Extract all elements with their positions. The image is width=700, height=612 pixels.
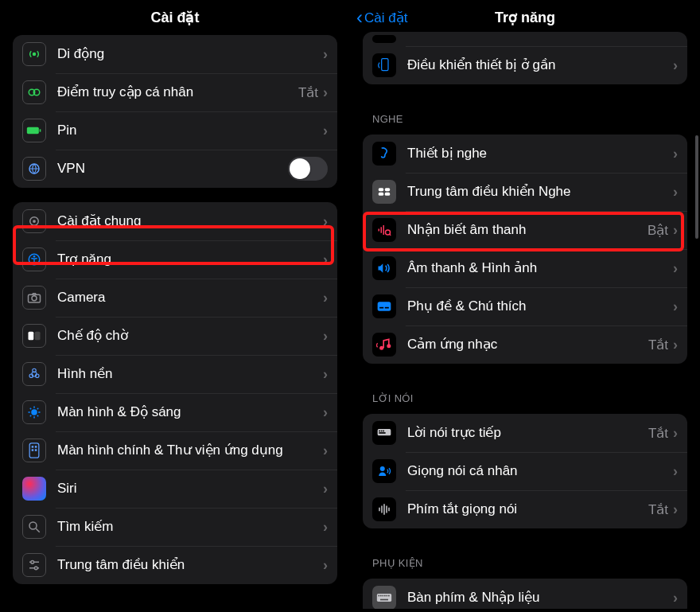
svg-rect-28 [32,446,34,448]
row-camera[interactable]: Camera › [13,279,337,317]
chevron-right-icon: › [673,184,678,201]
svg-rect-50 [385,307,389,309]
header-right: ‹ Cài đặt Trợ năng [350,0,700,35]
svg-rect-12 [29,332,34,341]
wallpaper-icon [22,362,46,386]
row-vpn[interactable]: VPN [13,150,337,188]
chevron-right-icon: › [673,590,678,606]
row-label: Điều khiển thiết bị ở gần [407,57,673,73]
row-wallpaper[interactable]: Hình nền › [13,355,337,393]
row-label: Camera [57,289,323,306]
row-standby[interactable]: Chế độ chờ › [13,317,337,355]
row-hotspot[interactable]: Điểm truy cập cá nhân Tắt › [13,73,337,111]
chevron-right-icon: › [323,123,328,139]
row-personal-voice[interactable]: Giọng nói cá nhân › [363,452,687,490]
nearby-icon [372,53,396,77]
row-siri[interactable]: Siri › [13,470,337,508]
svg-point-52 [387,344,391,348]
row-keyboard[interactable]: Bàn phím & Nhập liệu › [363,579,687,609]
vpn-icon [22,157,46,181]
voice-shortcut-icon [372,497,396,521]
svg-point-36 [31,560,34,563]
svg-rect-27 [29,443,39,458]
svg-rect-31 [35,449,37,451]
row-label: Âm thanh & Hình ảnh [407,259,673,276]
chevron-right-icon: › [323,46,328,63]
svg-rect-57 [379,432,385,434]
hearing-icon [372,142,396,166]
row-display[interactable]: Màn hình & Độ sáng › [13,393,337,431]
row-subtitles[interactable]: Phụ đề & Chú thích › [363,287,687,325]
row-nearby-control[interactable]: Điều khiển thiết bị ở gần › [363,46,687,84]
row-accessibility[interactable]: Trợ năng › [13,240,337,279]
svg-rect-55 [381,431,383,432]
svg-rect-64 [377,594,391,602]
chevron-right-icon: › [673,57,678,74]
audio-visual-icon [372,256,396,280]
row-label: Chế độ chờ [57,327,323,344]
keyboard-icon [372,586,396,609]
standby-icon [22,324,46,348]
row-value: Tắt [648,337,668,353]
row-label: Điểm truy cập cá nhân [57,84,298,100]
row-cellular[interactable]: Di động › [13,35,337,73]
svg-rect-54 [379,431,380,432]
row-voice-shortcut[interactable]: Phím tắt giọng nói Tắt › [363,490,687,528]
svg-rect-71 [380,599,388,601]
gear-icon [22,209,46,233]
row-general[interactable]: Cài đặt chung › [13,202,337,240]
row-music-haptics[interactable]: Cảm ứng nhạc Tắt › [363,325,687,364]
svg-line-25 [30,415,32,417]
group-top-partial: Điều khiển thiết bị ở gần › [363,32,687,84]
section-header-nghe: NGHE [355,99,695,130]
row-partial-top[interactable] [363,32,687,46]
siri-icon [22,477,46,501]
vpn-toggle[interactable] [288,157,328,181]
row-label: Siri [57,480,323,497]
chevron-right-icon: › [673,298,678,315]
controlcenter-icon [22,553,46,577]
chevron-right-icon: › [323,366,328,383]
row-hearing-cc[interactable]: Trung tâm điều khiển Nghe › [363,173,687,211]
svg-rect-70 [388,595,390,597]
chevron-right-icon: › [673,222,678,239]
svg-rect-69 [387,595,388,597]
row-sound-recognition[interactable]: Nhận biết âm thanh Bật › [363,211,687,249]
row-battery[interactable]: Pin › [13,111,337,150]
svg-rect-68 [384,595,386,597]
svg-rect-49 [379,307,383,309]
back-label: Cài đặt [364,10,407,26]
row-label: Cài đặt chung [57,212,323,229]
scrollbar-indicator[interactable] [695,135,698,239]
svg-rect-13 [35,332,41,341]
svg-point-11 [32,296,37,301]
svg-line-47 [390,234,391,236]
row-search[interactable]: Tìm kiếm › [13,508,337,546]
chevron-right-icon: › [673,501,678,518]
homescreen-icon [22,439,46,462]
back-button[interactable]: ‹ Cài đặt [356,0,407,35]
row-label: Di động [57,45,323,62]
search-icon [22,515,46,539]
accessibility-icon [22,248,46,271]
row-controlcenter[interactable]: Trung tâm điều khiển › [13,546,337,584]
row-label: Trung tâm điều khiển [57,556,323,573]
svg-rect-39 [379,188,383,191]
settings-group-general: Cài đặt chung › Trợ năng › Camera › [13,202,337,584]
live-speech-icon [372,421,396,445]
hearing-cc-icon [372,180,396,204]
row-audio-visual[interactable]: Âm thanh & Hình ảnh › [363,249,687,287]
chevron-right-icon: › [323,213,328,230]
row-live-speech[interactable]: Lời nói trực tiếp Tắt › [363,414,687,452]
row-homescreen[interactable]: Màn hình chính & Thư viện ứng dụng › [13,431,337,470]
svg-rect-41 [379,193,383,196]
row-label: Màn hình & Độ sáng [57,403,323,420]
header-left: Cài đặt [0,0,350,35]
row-label: Màn hình chính & Thư viện ứng dụng [57,442,323,458]
section-header-loinoi: LỜI NÓI [355,378,695,409]
svg-point-32 [29,522,37,529]
svg-rect-4 [40,129,41,131]
display-icon [22,400,46,424]
svg-rect-42 [385,193,390,196]
row-hearing-devices[interactable]: Thiết bị nghe › [363,134,687,173]
